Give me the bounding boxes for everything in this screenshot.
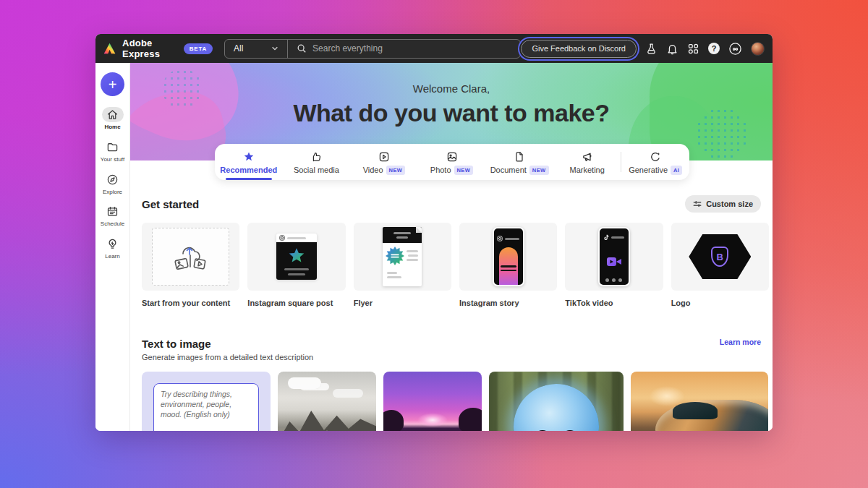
card-instagram-story: Instagram story [459,223,557,307]
placeholder-line [611,236,624,239]
tiktok-note-icon [603,234,609,241]
sample-image-futuristic-car[interactable] [631,372,768,431]
ai-badge: AI [671,166,682,175]
active-tab-underline [226,178,272,180]
tree-silhouette [383,410,404,431]
tiktok-header [603,234,626,241]
creative-cloud-icon[interactable] [728,42,742,56]
document-icon [514,151,525,163]
video-camera-icon [606,255,622,268]
give-feedback-discord-button[interactable]: Give Feedback on Discord [521,40,637,58]
logo-illustration: B [689,234,751,279]
sidebar-item-your-stuff[interactable]: Your stuff [95,140,129,163]
sample-image-blue-fluffy-creature[interactable] [489,372,624,431]
search-input[interactable] [312,43,511,53]
tab-video[interactable]: VideoNEW [350,144,418,180]
app-title: Adobe Express [122,38,177,59]
upload-cloud-icon [169,238,213,275]
text-to-image-heading: Text to image [142,338,313,350]
tab-generative[interactable]: GenerativeAI [621,144,689,180]
notifications-bell-icon[interactable] [666,43,678,55]
page-fold [416,227,422,233]
tab-label: Generative [629,166,668,174]
sidebar-item-label: Your stuff [101,157,124,163]
prompt-input[interactable] [153,383,259,431]
category-tab-bar: Recommended Social media VideoNEW PhotoN… [215,144,689,180]
top-bar-actions: Give Feedback on Discord ? [521,40,765,58]
placeholder-line [407,259,418,261]
placeholder-line [396,236,408,239]
banner-headline: What do you want to make? [130,99,773,127]
instagram-story-card[interactable] [459,223,557,291]
tab-label: Video [363,166,383,174]
instagram-post-illustration [276,234,317,280]
sample-image-bw-mountains[interactable] [278,372,376,431]
tab-label: Recommended [220,166,277,174]
plus-icon: + [109,77,117,92]
search-scope-dropdown[interactable]: All [225,40,287,58]
custom-size-button[interactable]: Custom size [685,195,761,213]
tab-marketing[interactable]: Marketing [553,144,621,180]
search-scope-value: All [234,43,243,53]
top-bar: Adobe Express BETA All Give Feedback on … [95,34,773,63]
adobe-express-logo-icon [103,41,116,56]
text-to-image-header: Text to image Generate images from a det… [142,338,773,361]
beta-badge: BETA [184,43,213,54]
tiktok-video-card[interactable] [565,223,663,291]
sidebar-item-learn[interactable]: Learn [95,236,129,260]
placeholder-line [501,270,516,272]
compass-icon [106,174,119,186]
start-from-content-card[interactable] [142,223,239,291]
instagram-square-post-card[interactable] [247,223,345,291]
instagram-icon [279,235,285,241]
tiktok-video-illustration [598,227,630,286]
instagram-story-illustration [493,227,524,286]
sidebar-item-home[interactable]: Home [95,107,129,131]
placeholder-line [407,250,418,252]
help-glyph: ? [712,44,717,53]
learn-more-link[interactable]: Learn more [720,338,761,346]
create-new-button[interactable]: + [101,72,124,96]
chevron-down-icon [271,45,278,52]
video-play-icon [378,151,390,163]
text-to-image-titles: Text to image Generate images from a det… [142,338,313,361]
megaphone-icon [582,151,593,163]
sidebar-item-schedule[interactable]: Schedule [95,204,129,228]
flyer-illustration [383,227,422,286]
placeholder-line [393,232,411,234]
text-to-image-row [142,372,773,431]
placeholder-line [284,268,309,270]
logo-card[interactable]: B [671,223,769,291]
new-badge: NEW [386,166,406,175]
placeholder-line [505,238,519,240]
cloud-shape [288,377,321,389]
card-instagram-square-post: Instagram square post [247,223,345,307]
thumbs-up-icon [310,151,322,163]
sidebar-item-explore[interactable]: Explore [95,172,129,196]
greeting-text: Welcome Clara, [130,82,773,95]
text-to-image-subheading: Generate images from a detailed text des… [142,353,313,361]
tab-social-media[interactable]: Social media [283,144,351,180]
search-icon [297,43,307,53]
home-icon [106,108,119,121]
photo-icon [446,151,458,163]
item-pill [102,140,124,155]
sample-image-purple-sunset-lake[interactable] [383,372,482,431]
apps-grid-icon[interactable] [687,43,699,55]
instagram-icon [497,236,503,241]
get-started-cards: Start from your content [142,223,773,307]
flyer-card[interactable] [354,223,451,291]
tab-label: Photo [430,166,451,174]
help-icon[interactable]: ? [708,43,720,54]
left-sidebar: + Home Your stuff Explore [95,63,130,431]
user-avatar[interactable] [751,42,765,56]
tab-label: Marketing [570,166,605,174]
item-pill [102,172,124,187]
upload-dropzone-illustration [152,228,229,286]
tab-photo[interactable]: PhotoNEW [418,144,486,180]
post-image-area [276,242,317,280]
tab-recommended[interactable]: Recommended [215,144,283,180]
card-start-from-content: Start from your content [142,223,239,307]
tab-document[interactable]: DocumentNEW [485,144,553,180]
experiments-flask-icon[interactable] [645,43,658,55]
